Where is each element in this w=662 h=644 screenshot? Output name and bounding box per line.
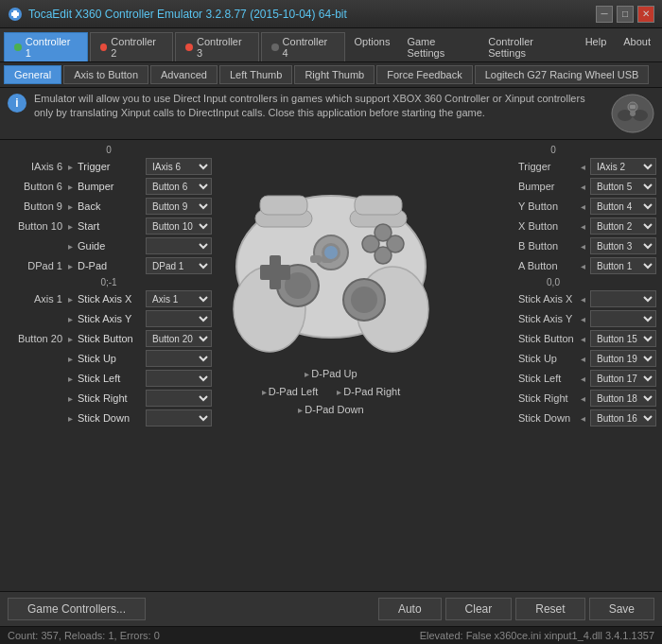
dpad-down-label: ▸ D-Pad Down (298, 401, 363, 418)
left-row-dpad: DPad 1 ▸ D-Pad DPad 1 (6, 256, 212, 275)
main-area: 0 IAxis 6 ▸ Trigger IAxis 6 Button 6 ▸ B… (0, 140, 662, 591)
left-label-btn10: Button 10 (6, 220, 62, 232)
controller-image (227, 153, 435, 361)
controller-tab-3[interactable]: Controller 3 (175, 32, 259, 61)
window-content: Controller 1 Controller 2 Controller 3 C… (0, 28, 662, 644)
dpad-right-label: ▸ D-Pad Right (337, 383, 400, 400)
right-row-stick-btn: Stick Button ◂ Button 15 (450, 329, 656, 348)
right-select-x[interactable]: Button 2 (590, 218, 656, 235)
right-row-x: X Button ◂ Button 2 (450, 217, 656, 235)
right-select-rsleft[interactable]: Button 17 (590, 370, 656, 387)
status-right: Elevated: False x360ce.ini xinput1_4.dll… (420, 630, 654, 641)
left-select-sax[interactable]: Axis 1 (146, 290, 212, 307)
right-row-trigger: Trigger ◂ IAxis 2 (450, 157, 656, 176)
tab-advanced[interactable]: Advanced (150, 65, 218, 84)
left-row-stick-right: ▸ Stick Right (6, 389, 212, 408)
left-select-back[interactable]: Button 9 (146, 198, 212, 215)
controller-tab-4[interactable]: Controller 4 (261, 32, 345, 61)
tab-general[interactable]: General (4, 65, 61, 84)
right-select-bumper[interactable]: Button 5 (590, 178, 656, 195)
svg-rect-2 (11, 12, 19, 16)
game-controllers-button[interactable]: Game Controllers... (8, 598, 146, 620)
menu-controller-settings[interactable]: Controller Settings (480, 34, 575, 61)
left-label-btn20: Button 20 (6, 333, 62, 344)
menu-about[interactable]: About (616, 34, 658, 61)
tab-right-thumb[interactable]: Right Thumb (294, 65, 375, 84)
controller-tab-1[interactable]: Controller 1 (4, 32, 88, 61)
right-select-a[interactable]: Button 1 (590, 257, 656, 274)
svg-rect-14 (260, 196, 307, 215)
right-select-rsup[interactable]: Button 19 (590, 350, 656, 367)
left-select-bumper[interactable]: Button 6 (146, 178, 212, 195)
led-2 (100, 44, 108, 51)
left-row-bumper: Button 6 ▸ Bumper Button 6 (6, 177, 212, 196)
menu-help[interactable]: Help (578, 34, 615, 61)
right-select-trigger[interactable]: IAxis 2 (590, 158, 656, 175)
menu-options[interactable]: Options (347, 34, 398, 61)
clear-button[interactable]: Clear (445, 598, 513, 620)
left-row-guide: ▸ Guide (6, 236, 212, 255)
right-axis-top: 0 (450, 144, 656, 156)
info-bar: i Emulator will allow you to use Direct … (0, 88, 662, 140)
menu-bar: Options Game Settings Controller Setting… (347, 34, 659, 61)
left-label-btn9: Button 9 (6, 200, 62, 212)
left-select-guide[interactable] (146, 237, 212, 254)
right-select-rsbtn[interactable]: Button 15 (590, 330, 656, 347)
close-button[interactable]: ✕ (637, 6, 654, 23)
left-select-dpad[interactable]: DPad 1 (146, 257, 212, 274)
right-row-stick-ax: Stick Axis X ◂ (450, 289, 656, 308)
svg-rect-15 (355, 196, 402, 215)
left-select-sup[interactable] (146, 350, 212, 367)
left-axis-mid: 0;-1 (6, 276, 212, 288)
tab-left-thumb[interactable]: Left Thumb (219, 65, 292, 84)
left-row-stick-down: ▸ Stick Down (6, 409, 212, 427)
maximize-button[interactable]: □ (617, 6, 634, 23)
tab-axis-to-button[interactable]: Axis to Button (63, 65, 148, 84)
center-panel: ▸ D-Pad Up ▸ D-Pad Left ▸ D-Pad Right ▸ … (218, 140, 444, 591)
left-select-sbtn[interactable]: Button 20 (146, 330, 212, 347)
title-bar-controls: ─ □ ✕ (596, 6, 654, 23)
right-row-stick-right: Stick Right ◂ Button 18 (450, 389, 656, 408)
left-panel: 0 IAxis 6 ▸ Trigger IAxis 6 Button 6 ▸ B… (0, 140, 218, 591)
svg-point-30 (324, 246, 338, 259)
svg-rect-21 (260, 265, 290, 280)
status-bar: Count: 357, Reloads: 1, Errors: 0 Elevat… (0, 626, 662, 644)
auto-button[interactable]: Auto (378, 598, 442, 620)
status-left: Count: 357, Reloads: 1, Errors: 0 (8, 630, 160, 641)
right-select-b[interactable]: Button 3 (590, 237, 656, 254)
right-row-stick-ay: Stick Axis Y ◂ (450, 309, 656, 328)
right-select-rsax[interactable] (590, 290, 656, 307)
right-select-rsdown[interactable]: Button 16 (590, 409, 656, 426)
left-row-start: Button 10 ▸ Start Button 10 (6, 217, 212, 235)
dpad-up-label: ▸ D-Pad Up (305, 365, 357, 382)
minimize-button[interactable]: ─ (596, 6, 613, 23)
right-select-rsright[interactable]: Button 18 (590, 390, 656, 407)
left-select-sleft[interactable] (146, 370, 212, 387)
controller-tab-2[interactable]: Controller 2 (90, 32, 174, 61)
left-select-start[interactable]: Button 10 (146, 218, 212, 235)
right-panel: 0 Trigger ◂ IAxis 2 Bumper ◂ Button 5 Y … (444, 140, 662, 591)
save-button[interactable]: Save (589, 598, 654, 620)
left-row-trigger: IAxis 6 ▸ Trigger IAxis 6 (6, 157, 212, 176)
left-select-sright[interactable] (146, 390, 212, 407)
left-select-sdown[interactable] (146, 409, 212, 426)
sub-tabs: General Axis to Button Advanced Left Thu… (0, 62, 662, 88)
gamepad-logo (611, 92, 654, 135)
right-row-a: A Button ◂ Button 1 (450, 256, 656, 275)
right-axis-mid: 0,0 (450, 276, 656, 288)
left-select-trigger[interactable]: IAxis 6 (146, 158, 212, 175)
tab-logitech[interactable]: Logitech G27 Racing Wheel USB (475, 65, 650, 84)
led-3 (185, 44, 193, 51)
left-row-stick-axis-y: ▸ Stick Axis Y (6, 309, 212, 328)
right-row-bumper: Bumper ◂ Button 5 (450, 177, 656, 196)
right-row-b: B Button ◂ Button 3 (450, 236, 656, 255)
right-select-rsay[interactable] (590, 310, 656, 327)
svg-point-8 (630, 111, 636, 116)
left-select-say[interactable] (146, 310, 212, 327)
reset-button[interactable]: Reset (515, 598, 584, 620)
menu-game-settings[interactable]: Game Settings (399, 34, 479, 61)
right-select-y[interactable]: Button 4 (590, 198, 656, 215)
right-row-stick-down: Stick Down ◂ Button 16 (450, 409, 656, 427)
tab-force-feedback[interactable]: Force Feedback (376, 65, 472, 84)
left-label-axis1: Axis 1 (6, 293, 62, 305)
